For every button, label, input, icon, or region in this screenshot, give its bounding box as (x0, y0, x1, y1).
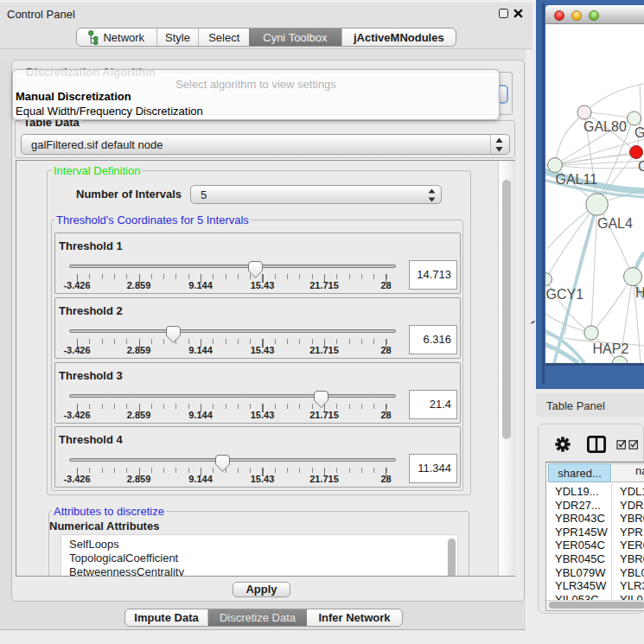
svg-text:H: H (635, 285, 644, 300)
svg-text:GCY1: GCY1 (546, 287, 584, 302)
svg-text:GAL4: GAL4 (597, 216, 633, 231)
svg-text:HAP2: HAP2 (593, 341, 629, 356)
svg-text:GA: GA (634, 125, 644, 140)
svg-text:GAL80: GAL80 (583, 119, 627, 134)
svg-text:GAL11: GAL11 (556, 172, 598, 187)
svg-text:C: C (638, 159, 644, 174)
